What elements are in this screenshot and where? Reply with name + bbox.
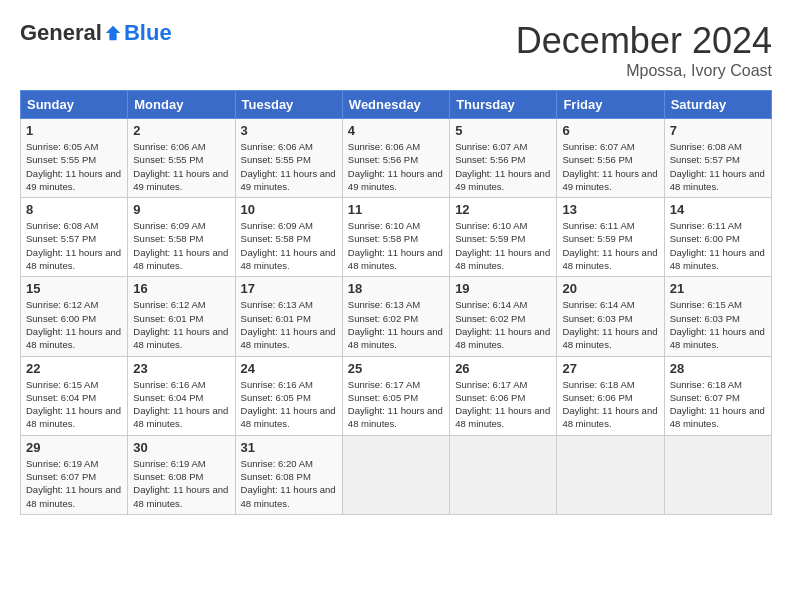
calendar-table: SundayMondayTuesdayWednesdayThursdayFrid… <box>20 90 772 515</box>
calendar-cell: 15 Sunrise: 6:12 AM Sunset: 6:00 PM Dayl… <box>21 277 128 356</box>
month-title: December 2024 <box>516 20 772 62</box>
day-info: Sunrise: 6:12 AM Sunset: 6:00 PM Dayligh… <box>26 298 122 351</box>
calendar-header-row: SundayMondayTuesdayWednesdayThursdayFrid… <box>21 91 772 119</box>
calendar-cell: 17 Sunrise: 6:13 AM Sunset: 6:01 PM Dayl… <box>235 277 342 356</box>
day-number: 2 <box>133 123 229 138</box>
day-number: 22 <box>26 361 122 376</box>
day-number: 23 <box>133 361 229 376</box>
day-number: 7 <box>670 123 766 138</box>
day-number: 29 <box>26 440 122 455</box>
calendar-week-row: 8 Sunrise: 6:08 AM Sunset: 5:57 PM Dayli… <box>21 198 772 277</box>
day-info: Sunrise: 6:14 AM Sunset: 6:02 PM Dayligh… <box>455 298 551 351</box>
calendar-cell: 2 Sunrise: 6:06 AM Sunset: 5:55 PM Dayli… <box>128 119 235 198</box>
day-info: Sunrise: 6:06 AM Sunset: 5:55 PM Dayligh… <box>241 140 337 193</box>
day-number: 30 <box>133 440 229 455</box>
day-number: 6 <box>562 123 658 138</box>
day-number: 18 <box>348 281 444 296</box>
day-number: 9 <box>133 202 229 217</box>
day-info: Sunrise: 6:19 AM Sunset: 6:07 PM Dayligh… <box>26 457 122 510</box>
day-info: Sunrise: 6:06 AM Sunset: 5:55 PM Dayligh… <box>133 140 229 193</box>
calendar-cell: 29 Sunrise: 6:19 AM Sunset: 6:07 PM Dayl… <box>21 435 128 514</box>
day-number: 25 <box>348 361 444 376</box>
calendar-cell: 21 Sunrise: 6:15 AM Sunset: 6:03 PM Dayl… <box>664 277 771 356</box>
day-info: Sunrise: 6:17 AM Sunset: 6:05 PM Dayligh… <box>348 378 444 431</box>
calendar-cell: 12 Sunrise: 6:10 AM Sunset: 5:59 PM Dayl… <box>450 198 557 277</box>
day-number: 10 <box>241 202 337 217</box>
day-info: Sunrise: 6:20 AM Sunset: 6:08 PM Dayligh… <box>241 457 337 510</box>
calendar-week-row: 1 Sunrise: 6:05 AM Sunset: 5:55 PM Dayli… <box>21 119 772 198</box>
day-info: Sunrise: 6:17 AM Sunset: 6:06 PM Dayligh… <box>455 378 551 431</box>
calendar-cell: 18 Sunrise: 6:13 AM Sunset: 6:02 PM Dayl… <box>342 277 449 356</box>
day-number: 17 <box>241 281 337 296</box>
day-info: Sunrise: 6:09 AM Sunset: 5:58 PM Dayligh… <box>133 219 229 272</box>
day-number: 13 <box>562 202 658 217</box>
day-number: 21 <box>670 281 766 296</box>
calendar-cell: 13 Sunrise: 6:11 AM Sunset: 5:59 PM Dayl… <box>557 198 664 277</box>
day-info: Sunrise: 6:07 AM Sunset: 5:56 PM Dayligh… <box>562 140 658 193</box>
calendar-week-row: 29 Sunrise: 6:19 AM Sunset: 6:07 PM Dayl… <box>21 435 772 514</box>
calendar-cell <box>450 435 557 514</box>
calendar-cell: 28 Sunrise: 6:18 AM Sunset: 6:07 PM Dayl… <box>664 356 771 435</box>
calendar-cell: 24 Sunrise: 6:16 AM Sunset: 6:05 PM Dayl… <box>235 356 342 435</box>
calendar-cell: 3 Sunrise: 6:06 AM Sunset: 5:55 PM Dayli… <box>235 119 342 198</box>
logo-general: General <box>20 20 102 46</box>
day-number: 31 <box>241 440 337 455</box>
day-info: Sunrise: 6:13 AM Sunset: 6:02 PM Dayligh… <box>348 298 444 351</box>
calendar-week-row: 15 Sunrise: 6:12 AM Sunset: 6:00 PM Dayl… <box>21 277 772 356</box>
day-number: 5 <box>455 123 551 138</box>
day-info: Sunrise: 6:11 AM Sunset: 6:00 PM Dayligh… <box>670 219 766 272</box>
calendar-cell: 6 Sunrise: 6:07 AM Sunset: 5:56 PM Dayli… <box>557 119 664 198</box>
day-number: 24 <box>241 361 337 376</box>
location: Mpossa, Ivory Coast <box>516 62 772 80</box>
day-info: Sunrise: 6:15 AM Sunset: 6:04 PM Dayligh… <box>26 378 122 431</box>
day-info: Sunrise: 6:05 AM Sunset: 5:55 PM Dayligh… <box>26 140 122 193</box>
day-number: 14 <box>670 202 766 217</box>
calendar-cell: 27 Sunrise: 6:18 AM Sunset: 6:06 PM Dayl… <box>557 356 664 435</box>
day-number: 19 <box>455 281 551 296</box>
day-info: Sunrise: 6:16 AM Sunset: 6:04 PM Dayligh… <box>133 378 229 431</box>
day-info: Sunrise: 6:12 AM Sunset: 6:01 PM Dayligh… <box>133 298 229 351</box>
day-info: Sunrise: 6:15 AM Sunset: 6:03 PM Dayligh… <box>670 298 766 351</box>
logo-icon <box>104 24 122 42</box>
day-info: Sunrise: 6:11 AM Sunset: 5:59 PM Dayligh… <box>562 219 658 272</box>
calendar-cell: 31 Sunrise: 6:20 AM Sunset: 6:08 PM Dayl… <box>235 435 342 514</box>
calendar-cell: 19 Sunrise: 6:14 AM Sunset: 6:02 PM Dayl… <box>450 277 557 356</box>
day-info: Sunrise: 6:07 AM Sunset: 5:56 PM Dayligh… <box>455 140 551 193</box>
day-number: 20 <box>562 281 658 296</box>
day-info: Sunrise: 6:13 AM Sunset: 6:01 PM Dayligh… <box>241 298 337 351</box>
calendar-cell: 14 Sunrise: 6:11 AM Sunset: 6:00 PM Dayl… <box>664 198 771 277</box>
calendar-cell: 30 Sunrise: 6:19 AM Sunset: 6:08 PM Dayl… <box>128 435 235 514</box>
day-number: 11 <box>348 202 444 217</box>
calendar-cell <box>557 435 664 514</box>
day-info: Sunrise: 6:08 AM Sunset: 5:57 PM Dayligh… <box>670 140 766 193</box>
title-section: December 2024 Mpossa, Ivory Coast <box>516 20 772 80</box>
calendar-cell: 22 Sunrise: 6:15 AM Sunset: 6:04 PM Dayl… <box>21 356 128 435</box>
day-number: 3 <box>241 123 337 138</box>
day-number: 16 <box>133 281 229 296</box>
svg-marker-0 <box>106 26 120 40</box>
day-number: 27 <box>562 361 658 376</box>
day-info: Sunrise: 6:08 AM Sunset: 5:57 PM Dayligh… <box>26 219 122 272</box>
day-info: Sunrise: 6:10 AM Sunset: 5:58 PM Dayligh… <box>348 219 444 272</box>
logo-blue: Blue <box>124 20 172 46</box>
calendar-cell: 11 Sunrise: 6:10 AM Sunset: 5:58 PM Dayl… <box>342 198 449 277</box>
calendar-cell: 4 Sunrise: 6:06 AM Sunset: 5:56 PM Dayli… <box>342 119 449 198</box>
col-header-saturday: Saturday <box>664 91 771 119</box>
calendar-cell: 25 Sunrise: 6:17 AM Sunset: 6:05 PM Dayl… <box>342 356 449 435</box>
calendar-cell: 1 Sunrise: 6:05 AM Sunset: 5:55 PM Dayli… <box>21 119 128 198</box>
day-number: 12 <box>455 202 551 217</box>
day-info: Sunrise: 6:09 AM Sunset: 5:58 PM Dayligh… <box>241 219 337 272</box>
day-number: 4 <box>348 123 444 138</box>
col-header-thursday: Thursday <box>450 91 557 119</box>
calendar-week-row: 22 Sunrise: 6:15 AM Sunset: 6:04 PM Dayl… <box>21 356 772 435</box>
col-header-tuesday: Tuesday <box>235 91 342 119</box>
day-info: Sunrise: 6:06 AM Sunset: 5:56 PM Dayligh… <box>348 140 444 193</box>
day-info: Sunrise: 6:14 AM Sunset: 6:03 PM Dayligh… <box>562 298 658 351</box>
calendar-cell: 16 Sunrise: 6:12 AM Sunset: 6:01 PM Dayl… <box>128 277 235 356</box>
day-number: 26 <box>455 361 551 376</box>
calendar-cell: 10 Sunrise: 6:09 AM Sunset: 5:58 PM Dayl… <box>235 198 342 277</box>
col-header-friday: Friday <box>557 91 664 119</box>
col-header-monday: Monday <box>128 91 235 119</box>
day-info: Sunrise: 6:18 AM Sunset: 6:07 PM Dayligh… <box>670 378 766 431</box>
day-number: 15 <box>26 281 122 296</box>
